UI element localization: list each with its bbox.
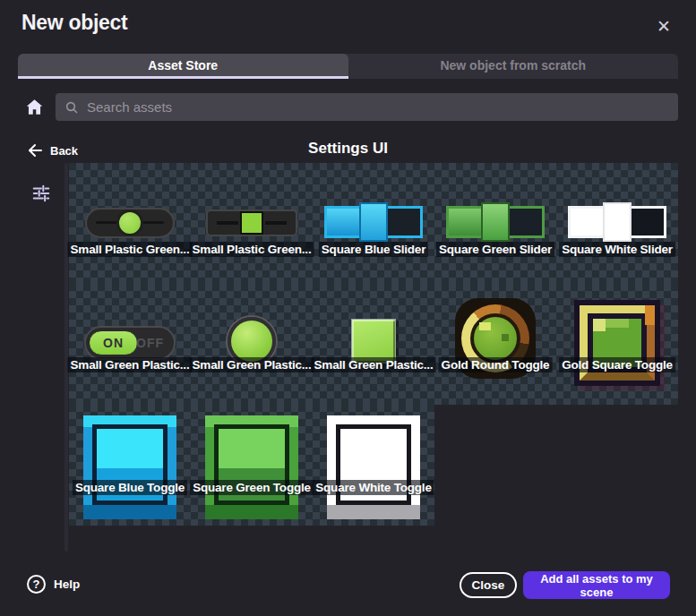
toggle-center: [470, 313, 520, 364]
asset-row: ON OFF Small Green Plastic... Small Gree…: [69, 284, 678, 405]
asset-tile-small-green-plastic-round[interactable]: Small Green Plastic...: [191, 284, 313, 405]
help-label: Help: [54, 578, 80, 591]
tab-asset-store[interactable]: Asset Store: [18, 54, 348, 79]
round-slider-art: [85, 208, 175, 238]
asset-tile-square-blue-toggle[interactable]: Square Blue Toggle: [69, 405, 191, 526]
asset-tile-square-green-toggle[interactable]: Square Green Toggle: [191, 405, 313, 526]
asset-label: Small Green Plastic...: [68, 357, 193, 372]
asset-label: Square White Slider: [559, 242, 675, 257]
slider-knob: [359, 202, 388, 242]
asset-tile-gold-square-toggle[interactable]: Gold Square Toggle: [556, 284, 678, 405]
pixel-slider-art: [324, 206, 423, 238]
asset-tile-square-green-slider[interactable]: Square Green Slider: [434, 163, 556, 284]
toggle-on-label: ON: [89, 330, 138, 355]
asset-label: Small Green Plastic...: [312, 357, 436, 372]
slider-knob: [116, 210, 143, 236]
tab-new-object-from-scratch[interactable]: New object from scratch: [348, 54, 679, 79]
pixel-slider-art: [446, 206, 545, 238]
asset-label: Square Blue Slider: [319, 242, 428, 257]
home-icon[interactable]: [25, 98, 44, 116]
slider-knob: [481, 202, 510, 242]
onoff-toggle-art: ON OFF: [84, 326, 176, 360]
toggle-highlight: [593, 319, 606, 331]
square-slider-art: [206, 210, 297, 236]
toggle-highlight: [479, 322, 491, 330]
toggle-highlight: [606, 319, 629, 328]
asset-tile-small-plastic-green-square-slider[interactable]: Small Plastic Green...: [191, 163, 313, 284]
asset-label: Square Blue Toggle: [73, 480, 187, 495]
asset-label: Small Green Plastic...: [190, 357, 314, 372]
search-box[interactable]: [56, 93, 678, 121]
toggle-highlight: [502, 334, 509, 341]
help-icon: ?: [27, 575, 46, 594]
asset-label: Gold Square Toggle: [559, 357, 675, 372]
slider-knob: [603, 202, 632, 242]
gold-square-toggle-art: [574, 300, 660, 386]
toggle-corner: [645, 305, 655, 325]
asset-tile-small-green-plastic-square[interactable]: Small Green Plastic...: [313, 284, 434, 405]
asset-tile-small-plastic-green-round-slider[interactable]: Small Plastic Green...: [69, 163, 191, 284]
slider-dash: [217, 221, 238, 225]
asset-tile-small-green-plastic-onoff[interactable]: ON OFF Small Green Plastic...: [69, 284, 191, 405]
asset-grid: Small Plastic Green... Small Plastic Gre…: [69, 163, 678, 526]
asset-row: Small Plastic Green... Small Plastic Gre…: [69, 163, 678, 284]
pixel-slider-art: [568, 206, 666, 238]
big-toggle-art: [83, 415, 176, 519]
asset-tile-square-white-toggle[interactable]: Square White Toggle: [313, 405, 434, 526]
asset-tile-gold-round-toggle[interactable]: Gold Round Toggle: [434, 284, 556, 405]
asset-row: Square Blue Toggle Square Green Toggle S…: [69, 405, 434, 526]
tab-bar: Asset Store New object from scratch: [18, 54, 678, 79]
slider-dash: [265, 221, 287, 225]
close-icon[interactable]: ✕: [653, 15, 675, 37]
asset-label: Square Green Slider: [436, 242, 554, 257]
search-row: [25, 93, 678, 121]
toggle-off-label: OFF: [136, 336, 164, 350]
big-toggle-art: [205, 415, 298, 519]
page-title: New object: [21, 11, 127, 35]
asset-label: Gold Round Toggle: [439, 357, 553, 372]
slider-knob: [240, 211, 263, 235]
asset-label: Square Green Toggle: [190, 480, 314, 495]
search-icon: [64, 100, 79, 115]
search-input[interactable]: [87, 99, 669, 115]
big-toggle-art: [327, 415, 420, 519]
filter-tune-icon[interactable]: [31, 184, 51, 203]
asset-label: Small Plastic Green...: [190, 242, 314, 257]
asset-label: Square White Toggle: [313, 480, 434, 495]
asset-tile-square-white-slider[interactable]: Square White Slider: [556, 163, 678, 284]
category-heading: Settings UI: [0, 140, 696, 158]
asset-label: Small Plastic Green...: [68, 242, 193, 257]
help-button[interactable]: ? Help: [27, 573, 80, 595]
close-button[interactable]: Close: [460, 572, 517, 598]
asset-tile-square-blue-slider[interactable]: Square Blue Slider: [313, 163, 434, 284]
add-all-assets-button[interactable]: Add all assets to my scene: [523, 571, 670, 599]
